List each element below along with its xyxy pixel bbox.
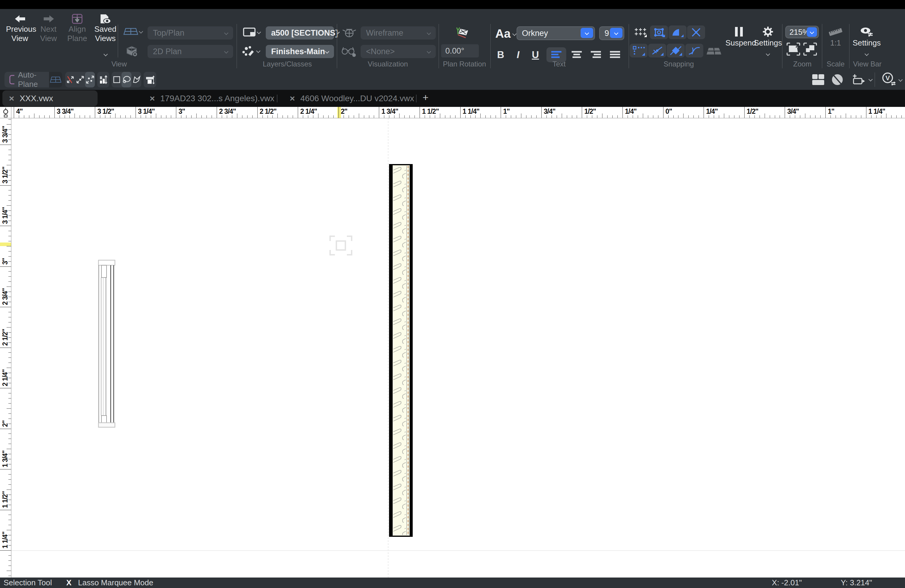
- active-class-select[interactable]: Finishes-Main: [266, 45, 334, 58]
- no-interactive-scaling-button[interactable]: [65, 72, 75, 87]
- visualization-section-label: Visualization: [368, 60, 408, 68]
- intersection-snap-icon: [690, 27, 702, 37]
- insulated-wall-section-object[interactable]: [390, 165, 412, 536]
- rectangle-marquee-button[interactable]: [112, 72, 122, 87]
- divider: [782, 24, 783, 68]
- arrow-left-icon: [14, 14, 26, 23]
- adjust-heights-button[interactable]: [97, 72, 109, 87]
- hide-details-eye-slash-button[interactable]: [831, 73, 844, 86]
- fit-to-objects-button[interactable]: [803, 43, 817, 56]
- render-mode-select[interactable]: 2D Plan: [148, 45, 233, 58]
- render-style-select[interactable]: Wireframe: [360, 26, 436, 40]
- cursor-x-marker: [337, 107, 341, 118]
- active-layer-select[interactable]: a500 [SECTIONS]: [266, 26, 334, 40]
- smart-points-button[interactable]: [630, 44, 648, 57]
- next-view-button[interactable]: NextView: [35, 14, 62, 43]
- auto-plane-plane-icon[interactable]: [49, 72, 62, 87]
- vectorworks-settings-button[interactable]: V: [881, 72, 902, 87]
- view-bar-settings-button[interactable]: Settings: [852, 26, 882, 57]
- class-icon[interactable]: [242, 46, 260, 56]
- ruler-origin-corner[interactable]: [0, 107, 11, 118]
- auto-plane-label: Auto-Plane: [18, 70, 45, 89]
- view-mode-value: Top/Plan: [153, 29, 184, 38]
- multiple-object-scaling-button[interactable]: [85, 72, 95, 87]
- snap-to-curve-button[interactable]: [685, 44, 703, 57]
- single-object-scaling-button[interactable]: [75, 72, 85, 87]
- layer-icon[interactable]: [243, 27, 260, 37]
- tab-separator: [416, 95, 417, 102]
- align-center-button[interactable]: [569, 47, 584, 62]
- plan-rotation-section-label: Plan Rotation: [443, 60, 486, 68]
- cursor-y-marker: [0, 243, 11, 246]
- h-ruler-label: 0": [665, 108, 672, 116]
- snap-to-object-button[interactable]: [650, 25, 668, 39]
- divider: [629, 24, 629, 68]
- horizontal-ruler[interactable]: 4"3 3/4"3 1/2"3 1/4"3"2 3/4"2 1/2"2 1/4"…: [11, 107, 905, 118]
- create-viewport-button[interactable]: [852, 74, 872, 85]
- scale-button[interactable]: 1:1: [825, 27, 846, 48]
- close-icon[interactable]: ×: [290, 94, 295, 103]
- scale-section-label: Scale: [827, 60, 845, 68]
- view-bar-toolbar: PreviousView NextView AlignPlane SavedVi…: [0, 9, 905, 70]
- smart-edge-button[interactable]: [648, 44, 666, 57]
- close-icon[interactable]: ×: [150, 94, 155, 103]
- tab-title: 4606 Woodley...DU v2024.vwx: [300, 94, 414, 103]
- align-plane-button[interactable]: AlignPlane: [64, 14, 91, 43]
- view-plane-icon[interactable]: [123, 27, 143, 35]
- projection-select[interactable]: <None>: [360, 45, 436, 58]
- zoom-level-select[interactable]: 215%: [785, 26, 819, 38]
- snapping-settings-button[interactable]: Settings: [754, 26, 782, 57]
- font-size-select[interactable]: 9: [599, 26, 624, 40]
- auto-plane-group[interactable]: Auto-Plane: [5, 72, 62, 87]
- font-size-value: 9: [605, 29, 609, 38]
- text-format-button[interactable]: Aa: [495, 27, 516, 40]
- move-by-points-button[interactable]: [144, 72, 156, 87]
- curve-snap-icon: [688, 45, 701, 56]
- font-select[interactable]: Orkney: [516, 26, 595, 40]
- divider: [117, 25, 118, 57]
- plan-rotation-input[interactable]: 0.00°: [441, 44, 479, 57]
- tab-179ad23[interactable]: × 179AD23 302...s Angeles).vwx: [143, 91, 275, 106]
- close-icon[interactable]: ×: [9, 94, 14, 103]
- v-ruler-label: 3 1/4": [1, 207, 9, 224]
- plan-rotation-axis-icon: [452, 26, 470, 40]
- snap-to-angle-button[interactable]: [668, 25, 686, 39]
- h-ruler-label: 1 3/4": [381, 108, 398, 116]
- h-ruler-label: 1/4": [706, 108, 718, 116]
- justify-button[interactable]: [608, 47, 622, 62]
- fit-to-page-button[interactable]: [786, 43, 800, 56]
- snap-to-grid-button[interactable]: [632, 25, 649, 39]
- svg-text:V: V: [886, 74, 890, 82]
- h-ruler-label: 1 1/4": [868, 108, 885, 116]
- previous-view-button[interactable]: PreviousView: [6, 14, 33, 43]
- vertical-ruler[interactable]: 3 3/4"3 1/2"3 1/4"3"2 3/4"2 1/2"2 1/4"2"…: [0, 118, 11, 577]
- tab-4606-woodley[interactable]: × 4606 Woodley...DU v2024.vwx: [283, 91, 414, 106]
- h-ruler-label: 3/4": [544, 108, 556, 116]
- italic-button[interactable]: I: [511, 47, 526, 62]
- text-section-label: Text: [553, 60, 566, 68]
- render-settings-cube-icon[interactable]: [126, 46, 139, 57]
- divider: [337, 24, 337, 68]
- panels-layout-button[interactable]: [811, 74, 825, 86]
- bold-button[interactable]: B: [493, 47, 508, 62]
- stud-wall-section-object[interactable]: [98, 260, 115, 427]
- h-ruler-label: 3 1/4": [138, 108, 155, 116]
- align-right-button[interactable]: [588, 47, 603, 62]
- snap-to-tangent-button[interactable]: [667, 44, 685, 57]
- render-style-value: Wireframe: [366, 29, 403, 38]
- lasso-marquee-button[interactable]: [122, 72, 132, 87]
- chevron-down-icon[interactable]: [610, 28, 622, 38]
- saved-views-button[interactable]: SavedViews: [92, 14, 119, 43]
- new-tab-button[interactable]: +: [422, 92, 429, 103]
- working-plane-icon[interactable]: [706, 47, 721, 55]
- chevron-down-icon[interactable]: [807, 27, 817, 37]
- snap-to-intersection-button[interactable]: [687, 25, 705, 39]
- polygon-marquee-button[interactable]: [132, 72, 141, 87]
- tab-xxx-vwx[interactable]: × XXX.vwx: [2, 91, 98, 106]
- view-mode-select[interactable]: Top/Plan: [148, 26, 233, 40]
- chevron-down-icon[interactable]: [581, 28, 593, 38]
- underline-button[interactable]: U: [528, 47, 543, 62]
- suspend-button[interactable]: Suspend: [726, 26, 753, 48]
- drawing-canvas[interactable]: [11, 118, 905, 577]
- h-ruler-label: 3 1/2": [97, 108, 114, 116]
